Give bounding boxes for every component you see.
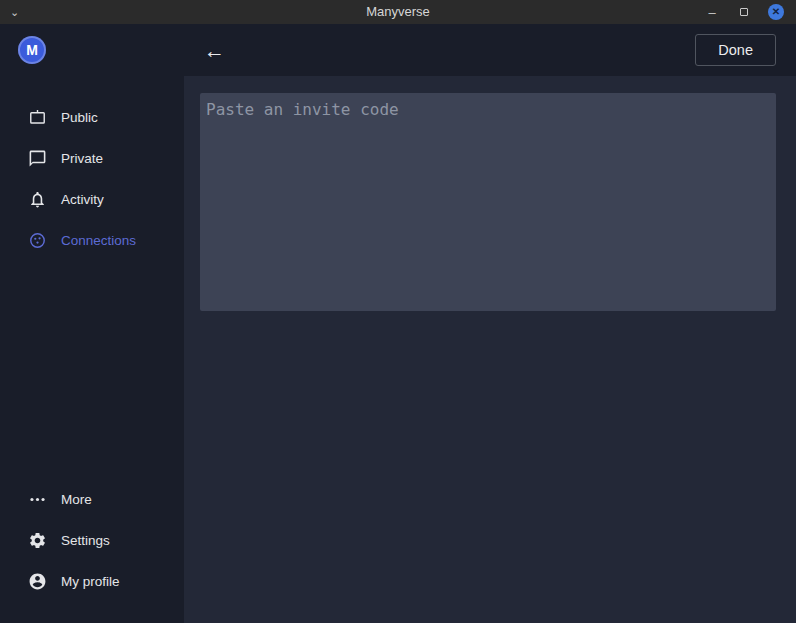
bell-icon (28, 190, 47, 209)
main-content (184, 76, 796, 623)
sidebar-item-label: My profile (61, 574, 120, 589)
sidebar: Public Private Activity (0, 76, 184, 623)
sidebar-spacer (0, 261, 184, 479)
done-button[interactable]: Done (695, 34, 776, 66)
connections-icon (28, 231, 47, 250)
restore-icon (740, 8, 748, 16)
sidebar-item-settings[interactable]: Settings (0, 520, 184, 561)
message-icon (28, 149, 47, 168)
person-circle-icon (28, 572, 47, 591)
close-icon: ✕ (772, 7, 780, 17)
close-button[interactable]: ✕ (768, 4, 784, 20)
sidebar-item-activity[interactable]: Activity (0, 179, 184, 220)
sidebar-item-label: Activity (61, 192, 104, 207)
sidebar-item-label: More (61, 492, 92, 507)
sidebar-item-connections[interactable]: Connections (0, 220, 184, 261)
sidebar-item-more[interactable]: More (0, 479, 184, 520)
sidebar-item-label: Settings (61, 533, 110, 548)
sidebar-item-label: Public (61, 110, 98, 125)
window-controls: – ✕ (704, 4, 796, 20)
back-button[interactable]: ← (204, 40, 225, 61)
app-header: M ← Done (0, 24, 796, 76)
bulletin-board-icon (28, 108, 47, 127)
restore-button[interactable] (736, 4, 752, 20)
manyverse-window: ⌄ Manyverse – ✕ M ← Done Public (0, 0, 796, 623)
sidebar-item-my-profile[interactable]: My profile (0, 561, 184, 602)
window-menu-chevron-icon[interactable]: ⌄ (10, 0, 19, 24)
sidebar-item-label: Private (61, 151, 103, 166)
dots-horizontal-icon (28, 490, 47, 509)
sidebar-item-public[interactable]: Public (0, 97, 184, 138)
window-title: Manyverse (0, 0, 796, 24)
sidebar-item-label: Connections (61, 233, 136, 248)
manyverse-logo: M (18, 36, 46, 64)
gear-icon (28, 531, 47, 550)
logo-letter: M (26, 42, 38, 58)
sidebar-item-private[interactable]: Private (0, 138, 184, 179)
minimize-button[interactable]: – (704, 4, 720, 20)
body-row: Public Private Activity (0, 76, 796, 623)
titlebar: ⌄ Manyverse – ✕ (0, 0, 796, 24)
invite-code-input[interactable] (200, 93, 776, 311)
